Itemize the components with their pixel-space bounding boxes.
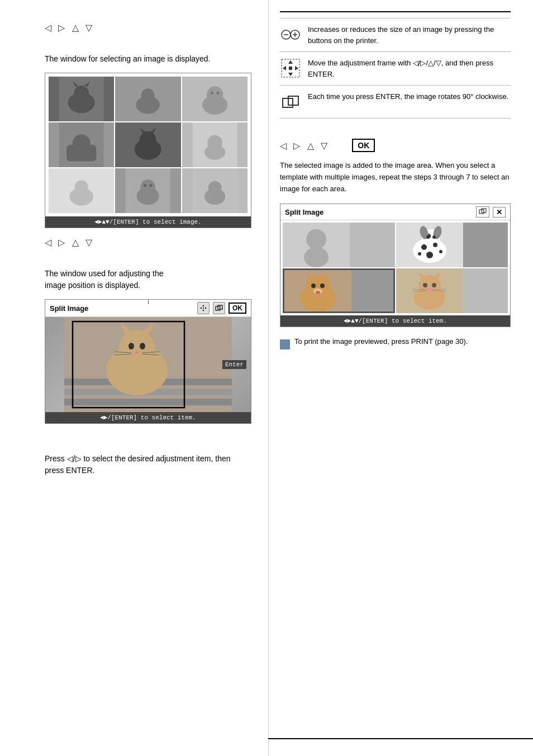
grid-cell-9	[182, 168, 248, 213]
cat-image	[45, 317, 251, 412]
screen1-bar: ◄►▲▼/[ENTER] to select image.	[45, 216, 251, 228]
svg-point-47	[119, 330, 155, 366]
split-cell-2	[396, 223, 508, 267]
icon-row-move: Move the adjustment frame with ◁/▷/△/▽, …	[280, 52, 511, 86]
move-icon-btn[interactable]	[197, 302, 210, 314]
enter-label: Enter	[222, 360, 246, 369]
svg-point-80	[421, 244, 427, 250]
image-grid	[45, 73, 251, 216]
split-img-left: Enter	[45, 317, 251, 412]
svg-point-99	[316, 291, 320, 294]
svg-point-81	[433, 243, 437, 247]
svg-point-102	[418, 275, 441, 297]
svg-point-23	[207, 135, 222, 150]
svg-point-11	[210, 92, 213, 94]
grid-cell-1	[49, 77, 114, 121]
rotate-btn-right[interactable]	[476, 206, 489, 218]
zoom-text: Increases or reduces the size of an imag…	[308, 24, 511, 46]
svg-rect-68	[289, 67, 292, 70]
svg-marker-36	[202, 310, 204, 311]
note-text: The selected image is added to the image…	[280, 160, 511, 195]
svg-point-26	[75, 180, 88, 193]
grid-cell-5	[115, 122, 180, 167]
svg-point-84	[418, 252, 421, 256]
icon-row-rotate: Each time you press ENTER, the image rot…	[280, 86, 511, 119]
icon-row-zoom: Increases or reduces the size of an imag…	[280, 18, 511, 52]
svg-rect-39	[203, 308, 204, 309]
svg-point-105	[423, 283, 427, 287]
svg-point-89	[426, 235, 430, 239]
svg-point-76	[304, 247, 329, 267]
split-right-header-icons: ✕	[476, 206, 506, 218]
svg-point-106	[432, 283, 436, 287]
svg-point-29	[141, 179, 156, 195]
split-image-screen-left: Split Image	[45, 299, 251, 424]
zoom-icon	[280, 24, 301, 45]
svg-point-10	[207, 86, 223, 102]
select-image-text: The window for selecting an image is dis…	[45, 53, 251, 65]
svg-point-2	[74, 86, 89, 101]
split-cell-1	[283, 223, 395, 267]
ok-btn-left[interactable]: OK	[229, 303, 246, 314]
bottom-rule	[268, 738, 533, 739]
print-note-row: To print the image previewed, press PRIN…	[280, 336, 511, 353]
svg-marker-37	[200, 307, 202, 309]
print-note: To print the image previewed, press PRIN…	[294, 336, 468, 348]
split-cell-3	[283, 268, 395, 313]
split-right-grid	[280, 220, 510, 315]
move-frame-text: Move the adjustment frame with ◁/▷/△/▽, …	[308, 58, 511, 79]
icon-rows-container: Increases or reduces the size of an imag…	[280, 18, 511, 119]
svg-point-83	[439, 250, 442, 253]
svg-point-12	[216, 92, 219, 94]
grid-cell-8	[115, 168, 180, 213]
svg-point-15	[73, 134, 91, 152]
nav-symbols-2: ◁ ▷ △ ▽	[45, 237, 251, 248]
split-title-left: Split Image	[50, 304, 88, 313]
nav-symbols-1: ◁ ▷ △ ▽	[45, 22, 251, 33]
move-frame-icon	[280, 58, 301, 79]
grid-cell-4	[49, 122, 114, 167]
press-instruction: Press ◁/▷ to select the desired adjustme…	[45, 453, 251, 476]
split-header-icons-left: OK	[197, 302, 246, 314]
svg-point-82	[426, 252, 433, 258]
svg-marker-38	[205, 307, 207, 309]
grid-cell-7	[49, 168, 114, 213]
svg-marker-65	[288, 73, 293, 76]
svg-marker-35	[202, 305, 204, 306]
svg-marker-64	[288, 60, 293, 64]
adjusting-text: The window used for adjusting the image …	[45, 268, 251, 291]
grid-cell-6	[182, 122, 248, 167]
svg-point-50	[129, 343, 134, 349]
svg-marker-66	[283, 66, 286, 70]
svg-marker-67	[295, 66, 298, 70]
ok-box-right: OK	[352, 139, 375, 152]
svg-point-30	[144, 184, 146, 187]
svg-point-96	[311, 284, 316, 288]
svg-point-51	[140, 343, 145, 349]
split-cell-4	[396, 268, 508, 313]
svg-point-31	[150, 184, 153, 187]
svg-point-90	[432, 235, 436, 239]
split-image-screen-right: Split Image ✕	[280, 204, 511, 327]
rotate-icon	[280, 91, 301, 112]
svg-point-107	[427, 288, 432, 291]
screen-bar-right: ◄►▲▼/[ENTER] to select item.	[280, 315, 510, 327]
split-right-header: Split Image ✕	[280, 204, 510, 220]
select-image-screen: ◄►▲▼/[ENTER] to select image.	[45, 73, 251, 228]
svg-point-34	[208, 181, 221, 195]
svg-point-18	[140, 131, 156, 148]
svg-point-97	[320, 284, 325, 288]
split-title-right: Split Image	[285, 208, 323, 216]
svg-point-75	[306, 229, 326, 249]
screen2-bar: ◄►/[ENTER] to select item.	[45, 412, 251, 423]
svg-point-7	[141, 88, 155, 102]
grid-cell-3	[182, 77, 248, 121]
close-btn-right[interactable]: ✕	[493, 207, 506, 218]
rotate-icon-btn[interactable]	[213, 302, 225, 314]
rotate-text: Each time you press ENTER, the image rot…	[308, 91, 511, 102]
svg-rect-45	[64, 399, 232, 405]
center-indicator	[148, 300, 149, 304]
blue-indicator	[280, 339, 290, 349]
nav-symbols-right: ◁ ▷ △ ▽	[280, 140, 330, 151]
nav-ok-row: ◁ ▷ △ ▽ OK	[280, 139, 511, 152]
